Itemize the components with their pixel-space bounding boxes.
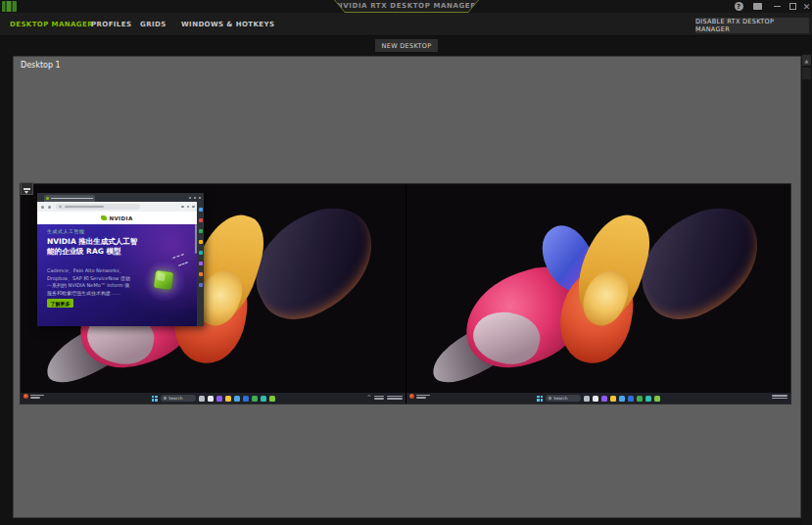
maximize-button[interactable] [786,0,799,13]
browser-window-controls[interactable] [189,197,201,199]
green-cube-icon [154,270,173,290]
browser-tab[interactable] [44,195,95,202]
app-icon[interactable] [645,396,651,402]
app-icon[interactable] [243,396,249,402]
widgets-button[interactable] [409,394,430,399]
app-icon[interactable] [584,396,590,402]
help-button[interactable]: ? [732,0,745,13]
lock-icon [59,206,62,209]
app-icon[interactable] [601,396,607,402]
funnel-icon [24,188,30,190]
app-icon[interactable] [225,396,231,402]
search-label: Search [553,396,567,400]
taskbar-center: Search [152,395,275,402]
disable-rtx-desktop-manager-button[interactable]: DISABLE RTX DESKTOP MANAGER [695,18,809,33]
app-icon[interactable] [199,283,203,287]
taskbar-apps [584,396,660,402]
dashed-arrow [178,262,188,265]
scrollbar-thumb[interactable] [802,68,811,79]
monitor-2-preview[interactable]: Search [406,184,790,404]
taskbar: Search [406,393,790,404]
tray-expand-icon[interactable]: ^ [367,395,371,400]
app-icon[interactable] [199,229,203,233]
app-icon[interactable] [216,396,222,402]
scrollbar-up-button[interactable]: ▲ [802,55,811,66]
search-icon [164,397,167,400]
help-icon: ? [735,2,743,11]
desktop-panel: Desktop 1 [13,56,801,518]
desktop-panel-title: Desktop 1 [21,61,61,70]
learn-more-button[interactable]: 了解更多 [47,299,73,308]
taskbar-search[interactable]: Search [546,395,581,402]
app-icon[interactable] [593,396,598,402]
close-button[interactable]: ✕ [801,0,812,13]
feedback-icon [753,3,762,10]
window-scrollbar[interactable]: ▲ [801,54,812,525]
clock-placeholder[interactable] [772,395,788,399]
app-icon[interactable] [261,396,266,402]
app-icon[interactable] [619,396,625,402]
app-icon[interactable] [637,396,643,402]
search-label: Search [168,396,182,400]
tab-grids[interactable]: GRIDS [140,13,167,36]
nvidia-eye-icon [101,215,107,220]
hero-section: 生成式人工智能 NVIDIA 推出生成式人工智能的企业级 RAG 模型 Cade… [37,224,197,326]
titlebar: NVIDIA RTX DESKTOP MANAGER ? ✕ [0,0,812,13]
tray-icons-placeholder [374,396,384,400]
app-icon[interactable] [199,262,203,265]
browser-window[interactable]: NVIDIA 生成式人工智能 NVIDIA 推出生成式人工智能的企业级 RAG … [37,193,204,326]
app-icon[interactable] [199,218,203,222]
search-icon [549,397,551,400]
minimize-icon [774,6,781,7]
forward-icon[interactable] [48,206,51,209]
taskbar-search[interactable]: Search [161,395,196,402]
weather-text-placeholder [416,395,430,399]
nvidia-logo-band: NVIDIA [37,212,197,224]
clock-placeholder[interactable] [387,396,403,400]
monitor-1-preview[interactable]: NVIDIA 生成式人工智能 NVIDIA 推出生成式人工智能的企业级 RAG … [21,184,406,404]
app-icon[interactable] [610,396,616,402]
back-icon[interactable] [41,206,44,209]
dashed-arrow [172,254,184,259]
rag-cube-illustration [133,254,194,318]
minimize-button[interactable] [770,0,784,13]
browser-toolbar [37,202,204,212]
tab-windows-hotkeys[interactable]: WINDOWS & HOTKEYS [181,13,274,36]
desktop-preview[interactable]: NVIDIA 生成式人工智能 NVIDIA 推出生成式人工智能的企业级 RAG … [21,184,790,404]
system-tray[interactable] [772,395,788,399]
taskbar-apps [199,396,275,402]
wallpaper-bloom [436,197,759,389]
widgets-button[interactable] [24,394,44,399]
app-icon[interactable] [199,208,203,212]
taskbar: Search ^ [21,393,406,404]
start-button[interactable] [537,396,543,402]
app-icon[interactable] [252,396,258,402]
weather-text-placeholder [30,395,44,399]
browser-scrollbar[interactable] [195,224,197,254]
nvidia-app-icon [2,1,17,12]
favicon [46,197,49,200]
tab-profiles[interactable]: PROFILES [91,13,131,36]
address-bar[interactable] [56,204,140,210]
app-icon[interactable] [628,396,634,402]
app-icon[interactable] [199,396,205,402]
weather-icon [409,394,414,399]
system-tray[interactable]: ^ [367,395,403,400]
app-icon[interactable] [199,240,203,244]
new-desktop-button[interactable]: NEW DESKTOP [375,39,438,52]
app-icon[interactable] [199,272,203,276]
feedback-button[interactable] [750,0,764,13]
browser-titlebar [37,193,204,202]
preview-dropdown-button[interactable] [21,182,33,195]
start-button[interactable] [152,396,158,402]
app-icon[interactable] [269,396,275,402]
app-icon[interactable] [234,396,240,402]
app-icon[interactable] [208,396,214,402]
browser-sidebar[interactable] [197,202,204,326]
menubar: DESKTOP MANAGER PROFILES GRIDS WINDOWS &… [0,13,812,36]
hero-eyebrow: 生成式人工智能 [47,228,85,234]
app-icon[interactable] [199,251,203,255]
window-title: NVIDIA RTX DESKTOP MANAGER [335,0,478,12]
app-icon[interactable] [654,396,660,402]
tab-desktop-manager[interactable]: DESKTOP MANAGER [10,13,93,36]
